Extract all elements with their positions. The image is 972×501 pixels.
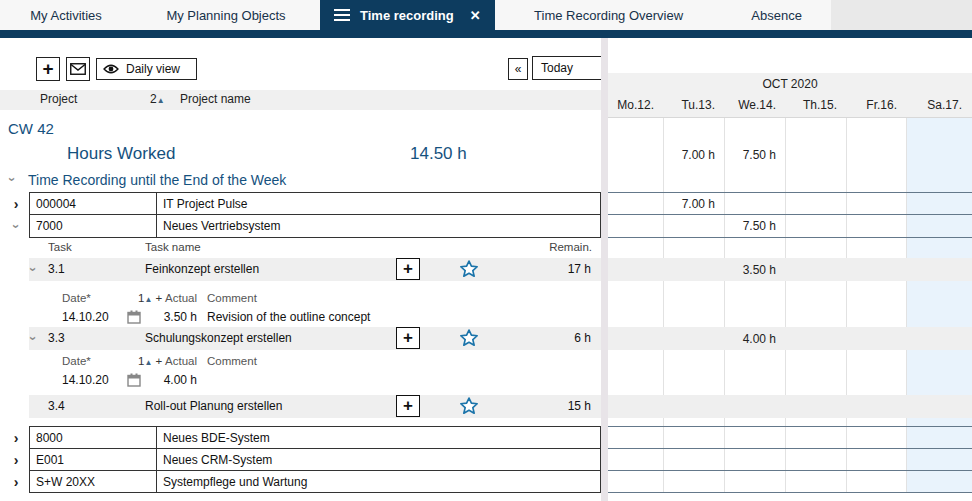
project-row-7000-values: 7.50 h xyxy=(608,214,972,238)
remaining-hours: 17 h xyxy=(568,262,591,276)
collapse-icon[interactable]: › xyxy=(31,331,35,346)
actual-column-header[interactable]: Actual xyxy=(155,292,197,304)
hours-worked-total: 14.50 h xyxy=(410,144,467,164)
comment-column-header[interactable]: Comment xyxy=(207,292,257,304)
project-row-e001[interactable]: E001 Neues CRM-System xyxy=(29,448,601,471)
project-name: IT Project Pulse xyxy=(156,193,602,214)
task-column-header[interactable]: Task xyxy=(48,241,72,253)
eye-icon xyxy=(103,64,119,74)
view-selector-label: Daily view xyxy=(126,62,180,76)
task-id: 3.1 xyxy=(48,262,65,276)
add-entry-button[interactable]: + xyxy=(396,258,420,280)
project-column-header[interactable]: Project xyxy=(40,92,77,106)
project-name-column-header[interactable]: Project name xyxy=(180,92,251,106)
calendar-icon[interactable] xyxy=(127,310,141,327)
day-header[interactable]: Tu.13. xyxy=(664,93,725,117)
comment-column-header[interactable]: Comment xyxy=(207,355,257,367)
task-row-3-1[interactable]: › 3.1 Feinkonzept erstellen + 17 h xyxy=(29,258,601,281)
add-button[interactable]: + xyxy=(36,57,60,81)
project-row-sw20xx-values xyxy=(608,470,972,493)
project-name: Neues BDE-System xyxy=(156,427,602,448)
tab-label: Time recording xyxy=(360,8,454,23)
project-row-sw20xx[interactable]: S+W 20XX Systempflege und Wartung xyxy=(29,470,601,493)
favorite-star-icon[interactable] xyxy=(459,396,479,419)
add-entry-button[interactable]: + xyxy=(396,327,420,349)
tab-my-planning-objects[interactable]: My Planning Objects xyxy=(132,0,320,30)
expand-icon[interactable]: › xyxy=(8,195,24,213)
view-selector[interactable]: Daily view xyxy=(96,58,197,80)
project-row-000004[interactable]: 000004 IT Project Pulse xyxy=(29,192,601,215)
task-name: Feinkonzept erstellen xyxy=(145,262,259,276)
project-row-8000[interactable]: 8000 Neues BDE-System xyxy=(29,426,601,449)
section-time-recording-until-end-of-week[interactable]: › Time Recording until the End of the We… xyxy=(0,168,601,192)
actual-column-header[interactable]: Actual xyxy=(155,355,197,367)
date-column-header[interactable]: Date* xyxy=(62,292,91,304)
project-code: 000004 xyxy=(36,197,76,211)
entry-actual-hours[interactable]: 4.00 h xyxy=(140,373,197,387)
day-header[interactable]: We.14. xyxy=(725,93,786,117)
entry-header-row: Date* 1▲ + Actual Comment xyxy=(0,283,601,307)
sort-indicator[interactable]: 2▲ xyxy=(150,92,165,106)
project-code: S+W 20XX xyxy=(36,475,95,489)
entry-comment[interactable]: Revision of the outline concept xyxy=(207,310,370,324)
project-code: 8000 xyxy=(36,431,63,445)
project-table-header: Project 2▲ Project name xyxy=(0,90,601,110)
entry-header-row: Date* 1▲ + Actual Comment xyxy=(0,352,601,370)
tab-label: Time Recording Overview xyxy=(534,8,683,23)
previous-week-button[interactable]: « xyxy=(508,58,528,80)
remain-column-header[interactable]: Remain. xyxy=(549,241,592,253)
day-total-cell: 7.50 h xyxy=(725,142,786,168)
project-code: 7000 xyxy=(36,219,63,233)
time-entry-row[interactable]: 14.10.20 4.00 h xyxy=(0,370,601,390)
task-row-3-4[interactable]: 3.4 Roll-out Planung erstellen + 15 h xyxy=(29,395,601,418)
collapse-icon[interactable]: › xyxy=(8,217,24,235)
add-entry-button[interactable]: + xyxy=(396,395,420,417)
date-column-header[interactable]: Date* xyxy=(62,355,91,367)
tab-time-recording[interactable]: Time recording ✕ xyxy=(320,0,495,30)
pane-divider[interactable] xyxy=(601,38,608,501)
today-button[interactable]: Today xyxy=(532,56,604,80)
tab-absence[interactable]: Absence xyxy=(723,0,831,30)
chevron-down-icon[interactable]: › xyxy=(5,177,20,181)
favorite-star-icon[interactable] xyxy=(459,259,479,282)
entry-date[interactable]: 14.10.20 xyxy=(62,373,109,387)
entry-actual-hours[interactable]: 3.50 h xyxy=(140,310,197,324)
entry-date[interactable]: 14.10.20 xyxy=(62,310,109,324)
tabbar-filler xyxy=(831,0,972,30)
hamburger-icon[interactable] xyxy=(334,6,350,24)
project-code: E001 xyxy=(36,453,64,467)
hours-worked-label: Hours Worked xyxy=(67,144,175,164)
calendar-icon[interactable] xyxy=(127,373,141,390)
task-name-column-header[interactable]: Task name xyxy=(145,241,201,253)
day-header[interactable]: Mo.12. xyxy=(608,93,664,117)
day-value-cell: 7.00 h xyxy=(664,193,725,215)
favorite-star-icon[interactable] xyxy=(459,328,479,351)
collapse-icon[interactable]: › xyxy=(31,262,35,277)
close-icon[interactable]: ✕ xyxy=(470,8,481,23)
project-name: Neues CRM-System xyxy=(156,449,602,470)
day-header[interactable]: Sa.17. xyxy=(907,93,972,117)
time-entry-row[interactable]: 14.10.20 3.50 h Revision of the outline … xyxy=(0,307,601,327)
expand-icon[interactable]: › xyxy=(8,451,24,469)
day-header[interactable]: Th.15. xyxy=(786,93,847,117)
tab-label: Absence xyxy=(751,8,802,23)
task-table-header: Task Task name Remain. xyxy=(0,238,601,258)
project-name: Systempflege und Wartung xyxy=(156,471,602,492)
mail-button[interactable] xyxy=(66,57,90,81)
day-value-cell: 3.50 h xyxy=(725,258,786,281)
day-total-cell: 7.00 h xyxy=(664,142,725,168)
task-row-3-3-values: 4.00 h xyxy=(608,327,972,350)
task-name: Schulungskonzept erstellen xyxy=(145,331,292,345)
tab-my-activities[interactable]: My Activities xyxy=(0,0,132,30)
sort-arrow-icon: ▲ xyxy=(144,295,152,304)
expand-icon[interactable]: › xyxy=(8,429,24,447)
task-id: 3.3 xyxy=(48,331,65,345)
day-header[interactable]: Fr.16. xyxy=(847,93,907,117)
day-headers: Mo.12. Tu.13. We.14. Th.15. Fr.16. Sa.17… xyxy=(608,93,972,117)
tab-label: My Planning Objects xyxy=(166,8,285,23)
sort-arrow-icon: ▲ xyxy=(157,96,165,105)
tab-time-recording-overview[interactable]: Time Recording Overview xyxy=(495,0,723,30)
expand-icon[interactable]: › xyxy=(8,473,24,491)
project-row-7000[interactable]: 7000 Neues Vertriebsystem xyxy=(29,214,601,238)
task-row-3-3[interactable]: › 3.3 Schulungskonzept erstellen + 6 h xyxy=(29,327,601,350)
